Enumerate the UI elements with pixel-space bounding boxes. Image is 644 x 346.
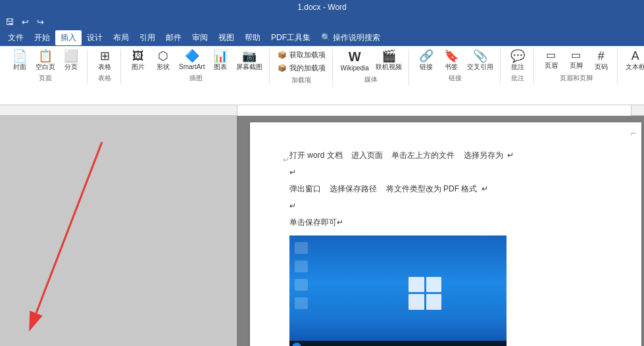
- ribbon-btn-footer[interactable]: ▭ 页脚: [564, 49, 588, 71]
- menu-help[interactable]: 帮助: [239, 30, 266, 45]
- bookmark-icon: 🔖: [444, 50, 458, 62]
- ribbon-group-comments: 💬 批注 批注: [502, 49, 534, 84]
- desktop-icon-2: [295, 260, 308, 272]
- desktop-icons: [295, 242, 308, 309]
- menu-mailings[interactable]: 邮件: [161, 30, 187, 45]
- blank-page-icon: 📋: [38, 50, 53, 62]
- redo-button[interactable]: ↪: [34, 16, 47, 28]
- horizontal-ruler: [0, 105, 644, 116]
- title-bar: 1.docx - Word: [0, 0, 644, 14]
- picture-icon: 🖼: [132, 50, 144, 62]
- desktop-icon-4: [295, 297, 308, 309]
- svg-line-1: [36, 142, 102, 313]
- win-logo-q1: [409, 277, 424, 293]
- menu-search[interactable]: 🔍 操作说明搜索: [316, 30, 385, 45]
- cross-reference-icon: 📎: [473, 50, 487, 62]
- ribbon-group-label-addins: 加载项: [291, 76, 311, 85]
- ribbon-btn-my-addins[interactable]: 📦 我的加载项: [275, 62, 328, 74]
- shapes-icon: ⬡: [158, 50, 168, 62]
- windows-desktop: [289, 235, 507, 346]
- document-page: ⌐ ↵ 打开 word 文档 进入页面 单击左上方的文件 选择另存为 ↵ ↵ 弹…: [250, 122, 641, 346]
- main-area: ⌐ ↵ 打开 word 文档 进入页面 单击左上方的文件 选择另存为 ↵ ↵ 弹…: [0, 116, 644, 346]
- win-logo-q3: [409, 294, 424, 310]
- ribbon-group-media: W Wikipedia 🎬 联机视频 媒体: [334, 49, 409, 86]
- ruler-inner: [237, 105, 632, 116]
- pagebreak-icon: ⬜: [64, 50, 78, 62]
- ribbon-group-label-media: 媒体: [364, 75, 378, 84]
- ribbon-btn-textbox[interactable]: A 文本框: [623, 49, 644, 72]
- ribbon-group-label-comments: 批注: [511, 74, 524, 83]
- screenshot-icon: 📷: [242, 50, 257, 62]
- title-text: 1.docx - Word: [297, 3, 346, 12]
- windows-logo: [409, 277, 441, 310]
- ribbon-btn-header[interactable]: ▭ 页眉: [539, 49, 563, 71]
- ribbon-btn-picture[interactable]: 🖼 图片: [126, 49, 150, 72]
- ribbon-btn-bookmark[interactable]: 🔖 书签: [439, 49, 463, 72]
- menu-insert[interactable]: 插入: [55, 30, 82, 45]
- ribbon-btn-blank[interactable]: 📋 空白页: [33, 49, 58, 72]
- ribbon-btn-pagebreak[interactable]: ⬜ 分页: [59, 49, 83, 72]
- quick-access-toolbar: 🖫 ↩ ↪: [0, 14, 644, 29]
- ribbon-group-label-table: 表格: [98, 74, 111, 83]
- ribbon-btn-cross-ref[interactable]: 📎 交叉引用: [464, 49, 496, 72]
- menu-home[interactable]: 开始: [29, 30, 55, 45]
- chart-icon: 📊: [213, 50, 228, 62]
- ribbon-group-label-links: 链接: [449, 74, 462, 83]
- footer-icon: ▭: [571, 50, 581, 61]
- win-logo-q2: [426, 277, 442, 293]
- ribbon-btn-shapes[interactable]: ⬡ 形状: [151, 49, 175, 72]
- ribbon-btn-wikipedia[interactable]: W Wikipedia: [338, 49, 372, 74]
- ribbon-btn-smartart[interactable]: 🔷 SmartArt: [176, 49, 207, 72]
- doc-line-2: ↵: [289, 166, 602, 180]
- ribbon-btn-table[interactable]: ⊞ 表格: [93, 49, 116, 72]
- menu-review[interactable]: 审阅: [187, 30, 213, 45]
- ribbon-btn-online-video[interactable]: 🎬 联机视频: [373, 49, 405, 72]
- ribbon-group-headersfooters: ▭ 页眉 ▭ 页脚 # 页码 页眉和页脚: [535, 49, 618, 84]
- win-logo-q4: [426, 294, 442, 310]
- doc-line-1: 打开 word 文档 进入页面 单击左上方的文件 选择另存为 ↵: [289, 149, 602, 163]
- table-icon: ⊞: [100, 50, 110, 62]
- undo-button[interactable]: ↩: [19, 16, 32, 28]
- doc-line-5: 单击保存即可↵: [289, 216, 602, 230]
- menu-pdf-tools[interactable]: PDF工具集: [266, 30, 316, 45]
- page-corner-mark: ⌐: [631, 128, 636, 138]
- document-area: ⌐ ↵ 打开 word 文档 进入页面 单击左上方的文件 选择另存为 ↵ ↵ 弹…: [237, 116, 644, 346]
- ribbon-btn-comment[interactable]: 💬 批注: [506, 49, 530, 72]
- ribbon-group-table: ⊞ 表格 表格: [89, 49, 121, 84]
- ribbon-btn-cover[interactable]: 📄 封面: [8, 49, 32, 72]
- ribbon-btn-get-addins[interactable]: 📦 获取加载项: [275, 49, 328, 61]
- header-icon: ▭: [546, 50, 556, 61]
- online-video-icon: 🎬: [382, 50, 396, 62]
- save-button[interactable]: 🖫: [3, 16, 16, 28]
- menu-design[interactable]: 设计: [82, 30, 108, 45]
- doc-line-3: 弹出窗口 选择保存路径 将文件类型改为 PDF 格式 ↵: [289, 182, 602, 197]
- ribbon-btn-screenshot[interactable]: 📷 屏幕截图: [234, 49, 265, 72]
- ribbon-btn-link[interactable]: 🔗 链接: [414, 49, 438, 72]
- cover-icon: 📄: [12, 50, 27, 62]
- ribbon-group-label-illustrations: 插图: [189, 74, 203, 83]
- windows-taskbar: [289, 341, 507, 346]
- arrow-overlay: [0, 116, 237, 346]
- ribbon-btn-pagenumber[interactable]: # 页码: [589, 49, 613, 72]
- doc-line-4: ↵: [289, 199, 602, 214]
- comment-icon: 💬: [510, 50, 525, 62]
- menu-view[interactable]: 视图: [213, 30, 239, 45]
- pagenumber-icon: #: [598, 50, 605, 62]
- ribbon-group-pages: 📄 封面 📋 空白页 ⬜ 分页 页面: [4, 49, 87, 84]
- ribbon: 📄 封面 📋 空白页 ⬜ 分页 页面 ⊞ 表格 表格 🖼: [0, 46, 644, 105]
- link-icon: 🔗: [419, 50, 433, 62]
- desktop-icon-3: [295, 279, 308, 291]
- ribbon-group-illustrations: 🖼 图片 ⬡ 形状 🔷 SmartArt 📊 图表 📷 屏幕截图 插图: [122, 49, 270, 84]
- menu-bar: 文件 开始 插入 设计 布局 引用 邮件 审阅 视图 帮助 PDF工具集 🔍 操…: [0, 29, 644, 46]
- menu-file[interactable]: 文件: [3, 30, 29, 45]
- desktop-icon-1: [295, 242, 308, 254]
- ribbon-group-text: A 文本框 A⊡ 文档部件 A 艺术字 A 首字 文本: [619, 49, 644, 84]
- smartart-icon: 🔷: [185, 50, 199, 62]
- menu-references[interactable]: 引用: [134, 30, 161, 45]
- ribbon-group-links: 🔗 链接 🔖 书签 📎 交叉引用 链接: [410, 49, 501, 84]
- menu-layout[interactable]: 布局: [108, 30, 134, 45]
- ribbon-btn-chart[interactable]: 📊 图表: [209, 49, 232, 72]
- textbox-icon: A: [632, 50, 639, 62]
- ribbon-group-label-headersfooters: 页眉和页脚: [560, 74, 593, 83]
- ribbon-group-label-pages: 页面: [39, 74, 52, 83]
